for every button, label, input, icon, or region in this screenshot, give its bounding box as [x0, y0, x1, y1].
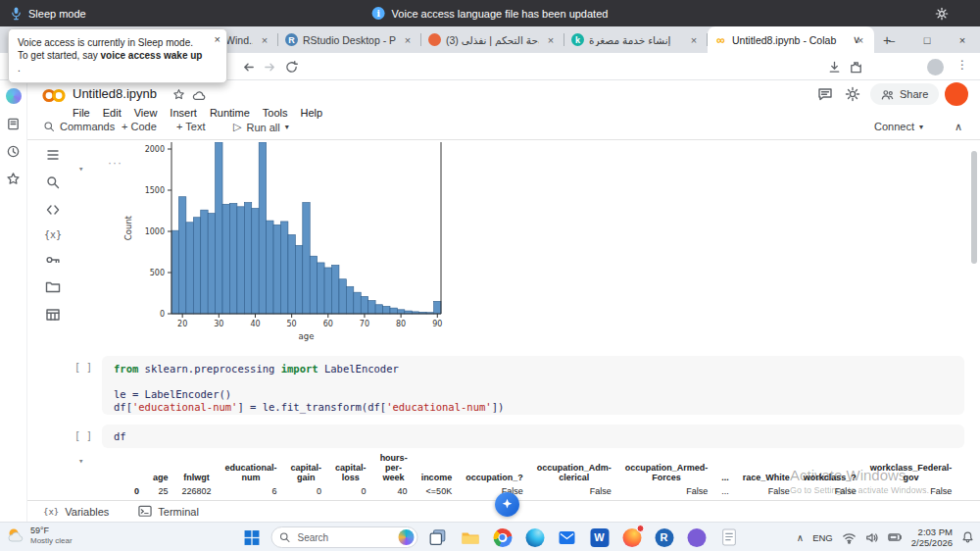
- notifications-bell-icon[interactable]: [961, 530, 974, 544]
- svg-text:500: 500: [150, 269, 165, 277]
- find-replace-icon[interactable]: [45, 175, 61, 190]
- share-label: Share: [900, 88, 928, 100]
- app-button[interactable]: [684, 525, 710, 550]
- connect-button[interactable]: Connect▾: [874, 121, 923, 132]
- weather-temp: 59°F: [30, 526, 73, 536]
- battery-icon[interactable]: [888, 532, 903, 542]
- taskbar-search[interactable]: [271, 526, 418, 548]
- notepad-button[interactable]: [716, 525, 742, 550]
- assistant-spark-button[interactable]: [495, 492, 519, 517]
- start-button[interactable]: [239, 525, 265, 550]
- rstudio-button[interactable]: R: [652, 525, 677, 550]
- voice-access-bar: Sleep mode i Voice access language file …: [0, 0, 980, 26]
- maximize-button[interactable]: □: [909, 26, 945, 53]
- commands-button[interactable]: Commands: [43, 121, 115, 132]
- taskbar-clock[interactable]: 2:03 PM 2/25/2026: [911, 526, 953, 548]
- secrets-key-icon[interactable]: [45, 252, 61, 268]
- star-notebook-icon[interactable]: [172, 88, 185, 101]
- colab-left-rail: {x}: [33, 147, 73, 323]
- data-table-icon[interactable]: [45, 307, 61, 323]
- df-column-header: age: [146, 452, 175, 483]
- account-avatar[interactable]: [945, 82, 968, 106]
- back-icon[interactable]: [241, 60, 256, 75]
- df-row-index: 0: [127, 483, 146, 500]
- copilot-icon[interactable]: [6, 88, 22, 104]
- tab-close-icon[interactable]: ×: [544, 33, 558, 47]
- forward-icon[interactable]: [263, 60, 277, 75]
- code-cell[interactable]: df: [102, 425, 964, 448]
- add-text-button[interactable]: + Text: [176, 121, 205, 132]
- run-all-button[interactable]: ▷Run all▾: [233, 121, 289, 133]
- refresh-icon[interactable]: [284, 60, 299, 75]
- df-cell: ...: [714, 483, 736, 500]
- tab-close-icon[interactable]: ×: [401, 33, 415, 47]
- browser-tab[interactable]: R RStudio Desktop - Posit ×: [278, 26, 421, 53]
- variable-inspector-icon[interactable]: {x}: [44, 229, 62, 240]
- wifi-icon[interactable]: [842, 531, 857, 544]
- terminal-panel-button[interactable]: Terminal: [138, 505, 199, 518]
- toolbar-divider: [27, 139, 980, 140]
- variables-panel-button[interactable]: {x} Variables: [43, 506, 109, 518]
- tooltip-close-icon[interactable]: ×: [215, 33, 220, 46]
- close-button[interactable]: ×: [945, 26, 980, 53]
- tab-close-icon[interactable]: ×: [258, 33, 271, 47]
- code-cell[interactable]: from sklearn.preprocessing import LabelE…: [102, 356, 964, 415]
- taskbar-search-input[interactable]: [271, 526, 418, 548]
- file-explorer-button[interactable]: [458, 525, 483, 550]
- tray-expand-chevron-icon[interactable]: ∧: [797, 532, 804, 543]
- comments-icon[interactable]: [817, 86, 833, 102]
- extensions-puzzle-icon[interactable]: [849, 60, 863, 75]
- edge-button[interactable]: [522, 525, 548, 550]
- taskbar-weather-widget[interactable]: 59°F Mostly clear: [6, 526, 73, 545]
- df-cell: 25: [146, 483, 175, 500]
- collapse-header-chevron-icon[interactable]: ∧: [955, 121, 962, 133]
- microphone-icon[interactable]: [10, 6, 23, 21]
- svg-text:60: 60: [323, 320, 333, 328]
- terminal-icon: [138, 505, 152, 518]
- svg-text:80: 80: [396, 320, 406, 328]
- df-cell: False: [530, 483, 618, 500]
- df-column-header: race_White: [736, 452, 797, 483]
- history-icon[interactable]: [6, 144, 21, 159]
- firefox-button[interactable]: [619, 525, 645, 550]
- browser-menu-kebab-icon[interactable]: ⋮: [956, 58, 968, 72]
- task-view-button[interactable]: [425, 525, 451, 550]
- df-column-header: workclass_Local- gov: [958, 452, 964, 483]
- browser-tab[interactable]: (3) لوحة التحكم | نفذلي ×: [421, 26, 564, 53]
- chrome-button[interactable]: [490, 525, 515, 550]
- downloads-icon[interactable]: [827, 60, 842, 75]
- code-snippets-icon[interactable]: [45, 202, 61, 218]
- notebook-scrollbar[interactable]: [971, 145, 977, 490]
- volume-icon[interactable]: [865, 531, 879, 544]
- files-folder-icon[interactable]: [45, 279, 61, 295]
- collapse-output-chevron-icon[interactable]: ▾: [78, 164, 83, 174]
- dataframe-output-cell: agefnlwgteducational- numcapital- gainca…: [102, 452, 964, 500]
- run-cell-button[interactable]: [ ]: [74, 362, 92, 373]
- voice-mode-label: Sleep mode: [28, 8, 86, 20]
- language-indicator[interactable]: ENG: [812, 532, 833, 543]
- share-button[interactable]: Share: [870, 83, 939, 105]
- table-of-contents-icon[interactable]: [45, 147, 61, 163]
- scrollbar-thumb[interactable]: [971, 151, 977, 264]
- tab-close-icon[interactable]: ×: [687, 33, 701, 47]
- outlook-button[interactable]: [555, 525, 580, 550]
- browser-tab[interactable]: k إنشاء خدمة مصغرة ×: [564, 26, 708, 53]
- tab-list-chevron-icon[interactable]: ∨: [839, 26, 874, 53]
- svg-text:40: 40: [250, 320, 260, 328]
- run-cell-button[interactable]: [ ]: [74, 430, 92, 441]
- profile-avatar[interactable]: [927, 59, 944, 75]
- svg-text:50: 50: [287, 320, 297, 328]
- word-icon: W: [590, 528, 609, 547]
- settings-gear-icon[interactable]: [845, 86, 860, 102]
- df-column-header: fnlwgt: [175, 452, 219, 483]
- collections-icon[interactable]: [6, 117, 21, 131]
- collapse-output-chevron-icon[interactable]: ▾: [78, 456, 83, 466]
- minimize-button[interactable]: –: [874, 26, 909, 53]
- add-code-button[interactable]: + Code: [122, 121, 157, 132]
- svg-text:30: 30: [214, 320, 223, 328]
- weather-desc: Mostly clear: [30, 536, 73, 545]
- notebook-title[interactable]: Untitled8.ipynb: [73, 86, 157, 101]
- voice-settings-gear-icon[interactable]: [935, 7, 949, 21]
- word-button[interactable]: W: [587, 525, 612, 550]
- favorites-icon[interactable]: [6, 172, 21, 186]
